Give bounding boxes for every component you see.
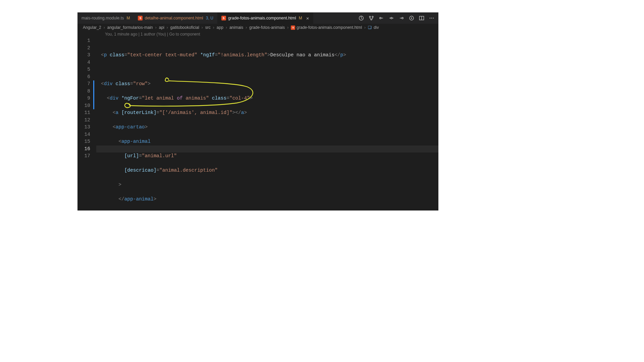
codelens: You, 1 minute ago | 1 author (You) | Go … (77, 31, 438, 37)
breadcrumb-segment[interactable]: src (205, 25, 211, 30)
svg-point-3 (371, 19, 372, 20)
breadcrumb-segment[interactable]: grade-fotos-animais (249, 25, 285, 30)
codelens-goto-component[interactable]: Go to component (169, 32, 200, 37)
tab-bar: mais-routing.module.ts M 5 detalhe-anima… (77, 12, 438, 24)
dash-icon[interactable] (389, 15, 394, 21)
codelens-blame: You, 1 minute ago | 1 author (You) | (105, 32, 169, 37)
tab-grade-fotos[interactable]: 5 grade-fotos-animais.component.html M × (217, 12, 313, 24)
code-content[interactable]: <p class="text-center text-muted" *ngIf=… (96, 37, 438, 210)
html5-icon: 5 (221, 16, 226, 20)
tab-routing[interactable]: mais-routing.module.ts M (77, 12, 134, 24)
svg-point-2 (372, 16, 373, 17)
svg-point-10 (431, 18, 432, 18)
breadcrumb-file[interactable]: grade-fotos-animais.component.html (297, 25, 362, 30)
svg-point-11 (433, 18, 434, 18)
breadcrumb[interactable]: Angular_2› angular_formularios-main› api… (77, 24, 438, 31)
tab-detalhe[interactable]: 5 detalhe-animal.component.html 3, U (134, 12, 217, 24)
svg-point-9 (430, 18, 430, 18)
tab-status-badge: M (126, 16, 130, 20)
breadcrumb-symbol[interactable]: div (374, 25, 379, 30)
line-gutter: 1234 5678 9101112 13141516 17 (77, 37, 96, 210)
svg-point-1 (369, 16, 371, 17)
html5-icon: 5 (291, 25, 295, 30)
code-editor[interactable]: 1234 5678 9101112 13141516 17 <p class="… (77, 37, 438, 210)
tab-label: detalhe-animal.component.html (145, 16, 203, 20)
breadcrumb-segment[interactable]: angular_formularios-main (107, 25, 153, 30)
tab-label: grade-fotos-animais.component.html (228, 16, 296, 20)
tab-status-badge: 3, U (206, 16, 213, 20)
breadcrumb-segment[interactable]: gatitobookoficial (170, 25, 199, 30)
editor-toolbar-right (359, 15, 438, 21)
run-icon[interactable] (409, 15, 414, 21)
more-icon[interactable] (429, 15, 434, 21)
prev-change-icon[interactable] (379, 15, 384, 21)
split-editor-icon[interactable] (419, 15, 424, 21)
breadcrumb-segment[interactable]: app (217, 25, 223, 30)
breadcrumb-segment[interactable]: Angular_2 (83, 25, 101, 30)
symbol-icon: ❑ (368, 25, 372, 30)
html5-icon: 5 (138, 16, 143, 20)
close-icon[interactable]: × (306, 16, 309, 21)
tab-status-badge: M (299, 16, 302, 20)
tab-label: mais-routing.module.ts (82, 16, 124, 20)
history-icon[interactable] (359, 15, 364, 21)
breadcrumb-segment[interactable]: api (159, 25, 164, 30)
svg-point-4 (380, 17, 381, 19)
compare-icon[interactable] (369, 15, 374, 21)
breadcrumb-segment[interactable]: animais (229, 25, 243, 30)
editor-window: mais-routing.module.ts M 5 detalhe-anima… (77, 12, 438, 210)
svg-point-5 (391, 17, 392, 19)
next-change-icon[interactable] (399, 15, 404, 21)
svg-point-6 (402, 17, 403, 19)
